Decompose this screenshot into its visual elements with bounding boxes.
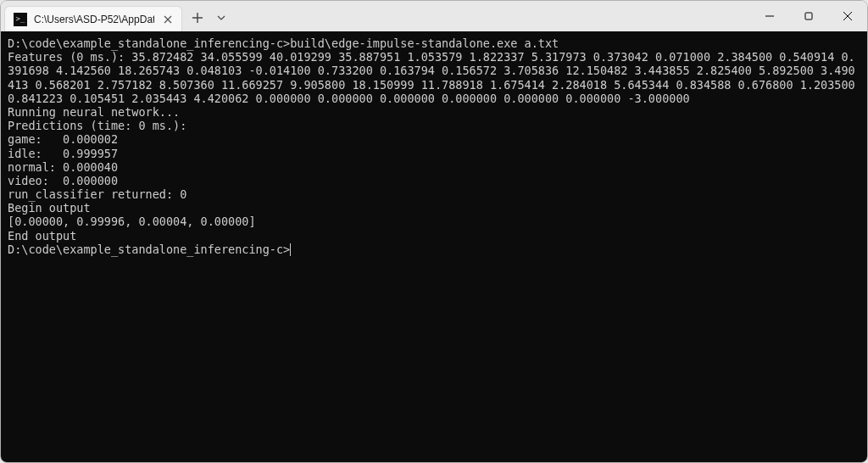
terminal-line: End output xyxy=(8,229,860,243)
terminal-line: run_classifier returned: 0 xyxy=(8,187,860,201)
terminal-line: Begin output xyxy=(8,201,860,215)
close-button[interactable] xyxy=(828,1,867,31)
tabs-area: >_ C:\Users\ASD-P52\AppData\R xyxy=(1,1,233,31)
terminal-line: D:\code\example_standalone_inferencing-c… xyxy=(8,36,860,50)
new-tab-button[interactable] xyxy=(186,6,209,30)
tab-dropdown-button[interactable] xyxy=(209,6,233,30)
close-tab-button[interactable] xyxy=(161,13,175,26)
window-controls xyxy=(750,1,867,31)
titlebar: >_ C:\Users\ASD-P52\AppData\R xyxy=(1,1,867,31)
maximize-button[interactable] xyxy=(789,1,828,31)
svg-rect-5 xyxy=(805,13,812,20)
terminal-line: normal: 0.000040 xyxy=(8,160,860,174)
terminal-line: Predictions (time: 0 ms.): xyxy=(8,119,860,132)
app-window: >_ C:\Users\ASD-P52\AppData\R xyxy=(0,0,868,463)
terminal-line: idle: 0.999957 xyxy=(8,147,860,160)
cmd-icon: >_ xyxy=(14,13,27,26)
tab-title: C:\Users\ASD-P52\AppData\R xyxy=(34,14,154,25)
terminal-line: game: 0.000002 xyxy=(8,132,860,146)
terminal-tab[interactable]: >_ C:\Users\ASD-P52\AppData\R xyxy=(4,6,182,31)
terminal-output[interactable]: D:\code\example_standalone_inferencing-c… xyxy=(1,31,867,462)
cursor xyxy=(290,243,291,256)
minimize-button[interactable] xyxy=(750,1,789,31)
prompt: D:\code\example_standalone_inferencing-c… xyxy=(8,243,290,256)
terminal-line: [0.00000, 0.99996, 0.00004, 0.00000] xyxy=(8,215,860,228)
terminal-line: Running neural network... xyxy=(8,105,860,119)
terminal-line: Features (0 ms.): 35.872482 34.055599 40… xyxy=(8,50,860,105)
terminal-line: video: 0.000000 xyxy=(8,174,860,187)
